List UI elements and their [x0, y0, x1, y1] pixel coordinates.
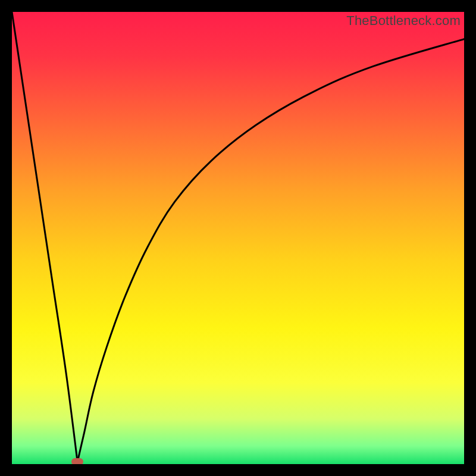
plot-area: TheBottleneck.com	[12, 12, 464, 464]
chart-frame: TheBottleneck.com	[0, 0, 476, 476]
minimum-marker	[71, 458, 83, 464]
bottleneck-curve	[12, 12, 464, 464]
